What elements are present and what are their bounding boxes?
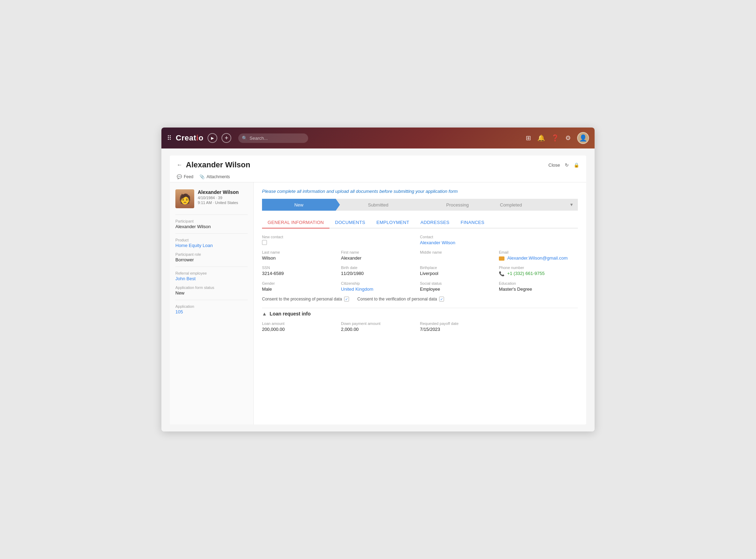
citizenship-value[interactable]: United Kingdom: [341, 286, 414, 292]
field-first-name: First name Alexander: [341, 250, 420, 261]
top-nav: ⠿ Creatio ▶ + 🔍 ⊞ 🔔 ❓ ⚙ 👤: [161, 128, 595, 148]
page-content: ← Alexander Wilson Close ↻ 🔒: [161, 148, 595, 431]
phone-number: +1 (332) 661-9755: [507, 271, 545, 276]
down-payment-label: Down payment amount: [341, 321, 414, 326]
first-name-value: Alexander: [341, 255, 414, 261]
sidebar-participant-section: Participant Alexander Wilson: [175, 219, 248, 229]
birthplace-value: Liverpool: [420, 271, 493, 276]
avatar[interactable]: 👤: [577, 132, 589, 144]
new-contact-checkbox-wrapper: [262, 240, 414, 245]
tab-addresses[interactable]: ADDRESSES: [415, 217, 455, 228]
form-row-names: Last name Wilson First name Alexander Mi…: [262, 250, 578, 261]
citizenship-label: Citizenship: [341, 281, 414, 285]
help-icon[interactable]: ❓: [551, 134, 559, 142]
email-label: Email: [499, 250, 572, 254]
avatar-image: 🧑: [175, 189, 194, 208]
stage-new-label: New: [294, 202, 303, 208]
stage-pipeline: New Submitted Processing Completed ▼: [262, 199, 578, 211]
referral-value[interactable]: John Best: [175, 276, 248, 281]
feed-icon: 💬: [177, 174, 182, 179]
field-contact: Contact Alexander Wilson: [420, 235, 578, 245]
stage-dropdown-icon[interactable]: ▼: [569, 202, 574, 207]
stage-submitted-label: Submitted: [368, 202, 388, 208]
new-contact-checkbox[interactable]: [262, 240, 267, 245]
participant-value: Alexander Wilson: [175, 224, 248, 229]
phone-value[interactable]: 📞 +1 (332) 661-9755: [499, 271, 572, 276]
profile-meta-dob: 4/10/1984 · 39: [198, 196, 239, 200]
first-name-label: First name: [341, 250, 414, 254]
attachments-link[interactable]: 📎 Attachments: [199, 174, 230, 179]
birth-date-value: 11/20/1980: [341, 271, 414, 276]
tab-finances[interactable]: FINANCES: [455, 217, 490, 228]
feed-link[interactable]: 💬 Feed: [177, 174, 193, 179]
contact-value[interactable]: Alexander Wilson: [420, 240, 572, 245]
sidebar-divider-1: [175, 215, 248, 215]
stage-new[interactable]: New: [262, 199, 336, 211]
page-title: Alexander Wilson: [186, 160, 250, 169]
gender-label: Gender: [262, 281, 335, 285]
field-new-contact: New contact: [262, 235, 420, 245]
participant-label: Participant: [175, 219, 248, 223]
middle-name-label: Middle name: [420, 250, 493, 254]
close-button[interactable]: Close: [548, 162, 560, 168]
bell-icon[interactable]: 🔔: [537, 134, 545, 142]
loan-request-title: Loan request info: [270, 311, 311, 317]
apps-icon[interactable]: ⊞: [526, 134, 531, 142]
profile-name: Alexander Wilson: [198, 189, 239, 195]
field-loan-amount: Loan amount 200,000.00: [262, 321, 341, 332]
loan-amount-label: Loan amount: [262, 321, 335, 326]
general-info-section: New contact Contact Alexander Wilson: [262, 235, 578, 302]
back-button[interactable]: ←: [177, 162, 182, 168]
field-last-name: Last name Wilson: [262, 250, 341, 261]
collapse-icon[interactable]: ▲: [262, 311, 267, 317]
tab-general-information[interactable]: GENERAL INFORMATION: [262, 217, 329, 228]
consent-processing-label: Consent to the processing of personal da…: [262, 297, 342, 302]
sidebar-divider-3: [175, 267, 248, 267]
settings-icon[interactable]: ⚙: [565, 134, 571, 142]
sidebar-divider-4: [175, 300, 248, 300]
app-form-status-value: New: [175, 290, 248, 296]
phone-label: Phone number: [499, 266, 572, 270]
app-form-status-label: Application form status: [175, 285, 248, 290]
last-name-value: Wilson: [262, 255, 335, 261]
field-birth-date: Birth date 11/20/1980: [341, 266, 420, 276]
lock-button[interactable]: 🔒: [574, 162, 579, 168]
stage-processing[interactable]: Processing: [415, 199, 494, 211]
sidebar-application-section: Application 105: [175, 304, 248, 314]
birthplace-label: Birthplace: [420, 266, 493, 270]
profile-info: Alexander Wilson 4/10/1984 · 39 9:11 AM …: [198, 189, 239, 208]
tab-employment[interactable]: EMPLOYMENT: [371, 217, 415, 228]
field-phone: Phone number 📞 +1 (332) 661-9755: [499, 266, 578, 276]
page-title-row: ← Alexander Wilson: [177, 160, 250, 169]
sidebar-divider-2: [175, 233, 248, 234]
tab-documents[interactable]: DOCUMENTS: [329, 217, 371, 228]
application-label: Application: [175, 304, 248, 308]
stage-submitted[interactable]: Submitted: [336, 199, 415, 211]
search-input[interactable]: [238, 133, 308, 143]
tab-bar: GENERAL INFORMATION DOCUMENTS EMPLOYMENT…: [262, 217, 578, 228]
consent-processing-checkbox[interactable]: [344, 297, 349, 302]
app-logo[interactable]: Creatio: [176, 133, 203, 143]
form-row-demographics: Gender Male Citizenship United Kingdom S…: [262, 281, 578, 292]
play-button[interactable]: ▶: [208, 133, 217, 143]
product-value[interactable]: Home Equity Loan: [175, 243, 248, 248]
email-text[interactable]: Alexander.Wilson@gmail.com: [507, 255, 568, 261]
email-icon: [499, 256, 504, 261]
field-gender: Gender Male: [262, 281, 341, 292]
page-header-top: ← Alexander Wilson Close ↻ 🔒: [177, 160, 579, 169]
stage-completed[interactable]: Completed ▼: [494, 199, 578, 211]
sidebar-referral-section: Referral employee John Best: [175, 271, 248, 281]
loan-request-header: ▲ Loan request info: [262, 308, 578, 317]
consent-verification-checkbox[interactable]: [439, 297, 444, 302]
refresh-icon: ↻: [565, 162, 569, 168]
grid-icon[interactable]: ⠿: [167, 134, 172, 142]
payoff-date-label: Requested payoff date: [420, 321, 493, 326]
participant-role-value: Borrower: [175, 257, 248, 262]
education-value: Master's Degree: [499, 286, 572, 292]
add-button[interactable]: +: [221, 133, 231, 143]
field-birthplace: Birthplace Liverpool: [420, 266, 499, 276]
field-ssn: SSN 3214-6589: [262, 266, 341, 276]
profile-avatar: 🧑: [175, 189, 194, 208]
application-value[interactable]: 105: [175, 309, 248, 314]
refresh-button[interactable]: ↻: [565, 162, 569, 168]
